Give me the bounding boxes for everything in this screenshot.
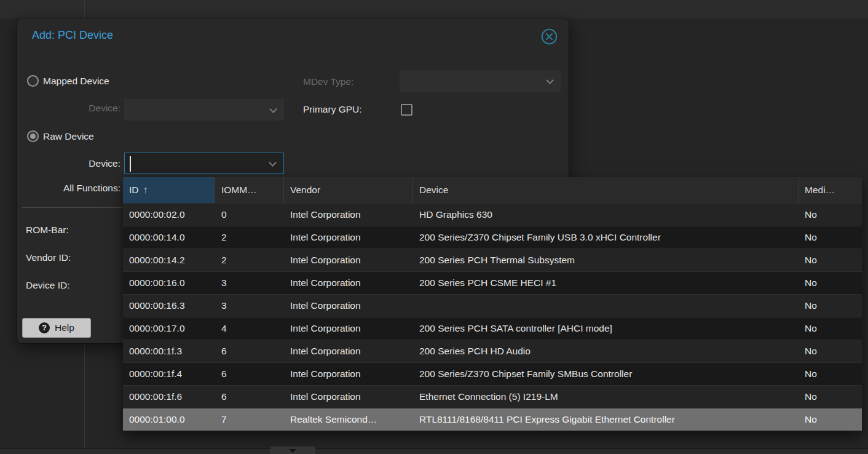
primary-gpu-label: Primary GPU: [303,104,362,115]
cell-device: 200 Series/Z370 Chipset Family SMBus Con… [413,363,799,385]
cell-vendor: Intel Corporation [284,272,413,294]
cell-device: RTL8111/8168/8411 PCI Express Gigabit Et… [413,408,799,431]
primary-gpu-checkbox[interactable] [401,104,412,116]
cell-device: 200 Series PCH CSME HECI #1 [413,272,799,294]
column-header-label: IOMM… [221,185,257,196]
cell-vendor: Realtek Semicond… [284,408,413,431]
cell-id: 0000:00:1f.4 [123,363,215,385]
column-header-id[interactable]: ID↑ [123,177,215,203]
cell-iommu: 0 [215,204,284,226]
cell-id: 0000:00:1f.6 [123,386,215,408]
cell-iommu: 7 [215,408,284,431]
mdev-type-label: MDev Type: [303,76,353,87]
dropdown-body: 0000:00:02.00Intel CorporationHD Graphic… [123,203,862,431]
scroll-down-icon [289,449,296,453]
column-header-mediated[interactable]: Medi… [799,177,862,203]
raw-device-label[interactable]: Raw Device [43,131,94,142]
cell-mediated: No [799,340,862,362]
column-header-device[interactable]: Device [413,177,799,203]
cell-iommu: 3 [215,295,284,317]
raw-device-combobox[interactable] [124,153,284,174]
raw-device-radio[interactable] [27,130,39,142]
dropdown-scroll-down-button[interactable] [270,447,315,454]
cell-id: 0000:01:00.0 [123,408,215,431]
cell-mediated: No [799,249,862,271]
help-button-label: Help [55,322,74,333]
cell-iommu: 6 [215,340,284,362]
cell-id: 0000:00:16.3 [123,295,215,317]
close-button[interactable] [541,28,558,45]
pci-device-row[interactable]: 0000:00:1f.36Intel Corporation200 Series… [123,340,862,362]
cell-mediated: No [799,272,862,294]
text-cursor [130,156,131,172]
mdev-type-combobox[interactable] [400,70,561,92]
pci-device-row[interactable]: 0000:00:16.03Intel Corporation200 Series… [123,271,862,294]
cell-iommu: 4 [215,317,284,340]
chevron-down-icon [269,159,277,167]
mapped-device-combobox[interactable] [124,99,284,121]
cell-id: 0000:00:16.0 [123,272,215,294]
mapped-device-label[interactable]: Mapped Device [43,76,109,87]
help-icon: ? [39,322,50,333]
dropdown-header: ID↑IOMM…VendorDeviceMedi… [123,177,862,203]
cell-id: 0000:00:14.2 [123,249,215,271]
cell-vendor: Intel Corporation [284,340,413,362]
cell-mediated: No [799,317,862,340]
help-button[interactable]: ? Help [22,318,91,338]
cell-iommu: 6 [215,386,284,408]
cell-id: 0000:00:1f.3 [123,340,215,362]
cell-mediated: No [799,295,862,317]
column-header-iommu[interactable]: IOMM… [215,177,284,203]
column-header-label: Medi… [805,185,835,196]
cell-id: 0000:00:17.0 [123,317,215,340]
mapped-device-radio[interactable] [27,75,39,87]
chevron-down-icon [269,105,277,113]
pci-device-row[interactable]: 0000:01:00.07Realtek Semicond…RTL8111/81… [123,408,862,431]
cell-vendor: Intel Corporation [284,249,413,271]
close-icon [541,28,558,45]
cell-mediated: No [799,386,862,408]
cell-device: 200 Series PCH Thermal Subsystem [413,249,799,271]
background-bottom-bar [0,448,868,454]
cell-vendor: Intel Corporation [284,204,413,226]
cell-id: 0000:00:02.0 [123,204,215,226]
cell-device: 200 Series PCH HD Audio [413,340,799,362]
pci-device-row[interactable]: 0000:00:16.33Intel CorporationNo [123,294,862,317]
cell-device: HD Graphics 630 [413,204,799,226]
pci-device-row[interactable]: 0000:00:1f.66Intel CorporationEthernet C… [123,385,862,408]
pci-device-row[interactable]: 0000:00:1f.46Intel Corporation200 Series… [123,362,862,385]
cell-iommu: 3 [215,272,284,294]
pci-device-row[interactable]: 0000:00:02.00Intel CorporationHD Graphic… [123,203,862,226]
device-id-label: Device ID: [26,280,70,291]
cell-vendor: Intel Corporation [284,295,413,317]
background-topbar [0,0,868,18]
pci-device-row[interactable]: 0000:00:14.02Intel Corporation200 Series… [123,226,862,249]
cell-iommu: 6 [215,363,284,385]
cell-vendor: Intel Corporation [284,386,413,408]
cell-mediated: No [799,226,862,249]
cell-device: 200 Series PCH SATA controller [AHCI mod… [413,317,799,340]
cell-device [413,295,799,317]
pci-device-row[interactable]: 0000:00:14.22Intel Corporation200 Series… [123,249,862,271]
pci-device-row[interactable]: 0000:00:17.04Intel Corporation200 Series… [123,317,862,340]
cell-device: Ethernet Connection (5) I219-LM [413,386,799,408]
raw-device-field-label: Device: [54,158,120,169]
cell-mediated: No [799,408,862,431]
dialog-title: Add: PCI Device [32,29,113,42]
cell-vendor: Intel Corporation [284,363,413,385]
cell-iommu: 2 [215,226,284,249]
column-header-vendor[interactable]: Vendor [284,177,413,203]
cell-device: 200 Series/Z370 Chipset Family USB 3.0 x… [413,226,799,249]
cell-vendor: Intel Corporation [284,317,413,340]
pci-device-dropdown-grid: ID↑IOMM…VendorDeviceMedi… 0000:00:02.00I… [123,177,862,431]
cell-iommu: 2 [215,249,284,271]
rom-bar-label: ROM-Bar: [26,225,69,236]
all-functions-label: All Functions: [30,183,120,194]
sort-asc-icon: ↑ [143,185,148,196]
cell-mediated: No [799,204,862,226]
mapped-device-field-label: Device: [54,103,120,114]
vendor-id-label: Vendor ID: [26,252,71,263]
cell-id: 0000:00:14.0 [123,226,215,249]
column-header-label: Vendor [290,185,320,196]
column-header-label: Device [419,185,448,196]
